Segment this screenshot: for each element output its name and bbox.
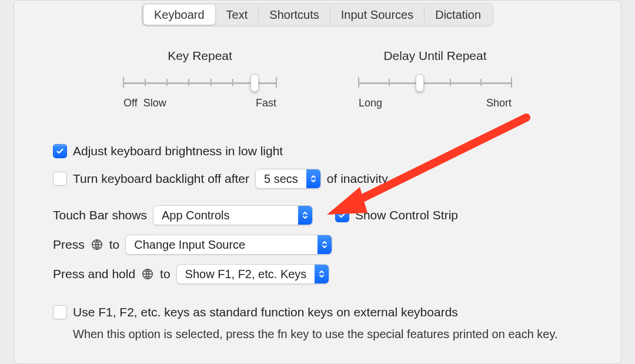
slider-tick bbox=[188, 79, 189, 86]
chevrons-up-down-icon bbox=[315, 265, 329, 283]
tab-bar: Keyboard Text Shortcuts Input Sources Di… bbox=[142, 3, 493, 26]
fn-keys-label: Use F1, F2, etc. keys as standard functi… bbox=[73, 305, 458, 319]
slider-tick bbox=[450, 79, 451, 86]
press-globe-before: Press bbox=[53, 238, 85, 252]
slider-tick bbox=[123, 77, 124, 88]
row-adjust-brightness: Adjust keyboard brightness in low light bbox=[53, 144, 597, 158]
row-press-globe: Press to Change Input Source bbox=[53, 235, 597, 255]
show-control-strip-checkbox[interactable] bbox=[335, 208, 349, 222]
press-hold-after: to bbox=[160, 267, 171, 281]
key-repeat-slow-label: Slow bbox=[143, 97, 166, 109]
touch-bar-shows-dropdown[interactable]: App Controls bbox=[153, 205, 313, 225]
tab-text[interactable]: Text bbox=[216, 5, 259, 25]
tab-keyboard[interactable]: Keyboard bbox=[143, 5, 215, 25]
adjust-brightness-checkbox[interactable] bbox=[53, 144, 67, 158]
tab-input-sources[interactable]: Input Sources bbox=[330, 5, 424, 25]
backlight-off-dropdown[interactable]: 5 secs bbox=[255, 169, 321, 189]
backlight-off-label-before: Turn keyboard backlight off after bbox=[73, 172, 249, 186]
slider-thumb[interactable] bbox=[250, 74, 259, 92]
keyboard-preferences-panel: Keyboard Text Shortcuts Input Sources Di… bbox=[14, 0, 621, 364]
press-globe-dropdown[interactable]: Change Input Source bbox=[125, 235, 332, 255]
key-repeat-title: Key Repeat bbox=[168, 49, 232, 63]
chevrons-up-down-icon bbox=[298, 206, 312, 225]
press-hold-dropdown[interactable]: Show F1, F2, etc. Keys bbox=[176, 264, 330, 284]
slider-tick bbox=[276, 77, 277, 88]
row-backlight-off: Turn keyboard backlight off after 5 secs… bbox=[53, 169, 597, 189]
press-globe-after: to bbox=[109, 238, 120, 252]
key-repeat-fast-label: Fast bbox=[256, 97, 276, 109]
delay-short-label: Short bbox=[486, 97, 512, 109]
delay-repeat-slider[interactable] bbox=[359, 77, 512, 89]
tab-dictation[interactable]: Dictation bbox=[425, 5, 492, 25]
slider-tick bbox=[210, 79, 212, 86]
key-repeat-slider[interactable] bbox=[123, 77, 276, 89]
press-hold-before: Press and hold bbox=[53, 267, 135, 281]
sliders-area: Key Repeat Off Slow Fast Delay Until Rep… bbox=[14, 49, 621, 109]
key-repeat-off-label: Off bbox=[123, 97, 138, 109]
backlight-off-checkbox[interactable] bbox=[53, 172, 67, 186]
delay-repeat-group: Delay Until Repeat Long Short bbox=[359, 49, 512, 109]
tab-shortcuts[interactable]: Shortcuts bbox=[259, 5, 329, 25]
slider-tick bbox=[511, 77, 512, 88]
key-repeat-group: Key Repeat Off Slow Fast bbox=[123, 49, 276, 109]
delay-long-label: Long bbox=[359, 97, 382, 109]
adjust-brightness-label: Adjust keyboard brightness in low light bbox=[73, 144, 283, 158]
slider-tick bbox=[166, 79, 168, 86]
slider-tick bbox=[232, 79, 233, 86]
row-touch-bar-shows: Touch Bar shows App Controls Show Contro… bbox=[53, 205, 597, 225]
touch-bar-shows-label: Touch Bar shows bbox=[53, 208, 147, 222]
slider-tick bbox=[358, 77, 359, 88]
chevrons-up-down-icon bbox=[306, 169, 320, 188]
slider-tick bbox=[389, 79, 390, 86]
backlight-off-label-after: of inactivity bbox=[327, 172, 388, 186]
fn-keys-hint: When this option is selected, press the … bbox=[73, 325, 586, 343]
slider-thumb[interactable] bbox=[416, 74, 424, 92]
slider-tick bbox=[145, 79, 146, 86]
row-press-hold-globe: Press and hold to Show F1, F2, etc. Keys bbox=[53, 264, 597, 284]
delay-repeat-title: Delay Until Repeat bbox=[383, 49, 486, 63]
show-control-strip-label: Show Control Strip bbox=[355, 208, 458, 222]
globe-icon bbox=[91, 238, 103, 251]
row-fn-keys: Use F1, F2, etc. keys as standard functi… bbox=[53, 305, 597, 319]
chevrons-up-down-icon bbox=[317, 235, 332, 254]
globe-icon bbox=[141, 268, 154, 280]
slider-tick bbox=[480, 79, 482, 86]
fn-keys-checkbox[interactable] bbox=[53, 305, 67, 319]
